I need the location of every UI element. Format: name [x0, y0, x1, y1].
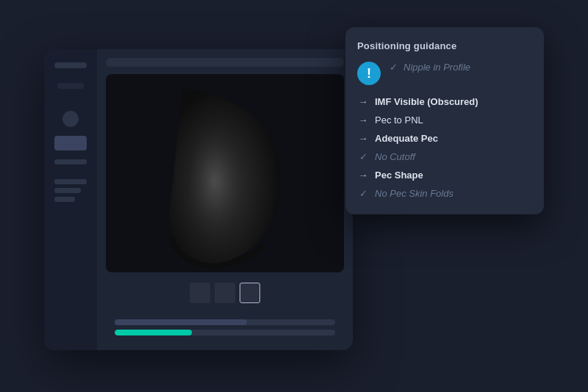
guidance-item-pec-pnl: → Pec to PNL — [357, 111, 532, 129]
sidebar-rect-button[interactable] — [54, 136, 87, 150]
item-text-folds: No Pec Skin Folds — [375, 188, 453, 199]
guidance-items-list: → IMF Visible (Obscured) → Pec to PNL → … — [357, 92, 532, 203]
guidance-item-adequate-pec: → Adequate Pec — [357, 129, 532, 148]
guidance-title: Positioning guidance — [357, 40, 532, 51]
guidance-item-no-pec-folds: ✓ No Pec Skin Folds — [357, 184, 532, 203]
sidebar-top-bar — [54, 62, 87, 68]
image-viewer — [106, 74, 344, 272]
guidance-item-no-cutoff: ✓ No Cutoff — [357, 148, 532, 166]
first-item-check-icon: ✓ — [390, 62, 398, 73]
sidebar-top-bar-2 — [57, 83, 84, 89]
top-bar — [106, 58, 344, 67]
thumbnail-strip — [106, 280, 344, 306]
item-text-cutoff: No Cutoff — [375, 151, 415, 162]
item-text-imf: IMF Visible (Obscured) — [375, 96, 478, 107]
first-item-text: Nipple in Profile — [404, 62, 470, 73]
app-window — [44, 49, 353, 350]
arrow-icon-imf: → — [357, 96, 369, 107]
item-text-shape: Pec Shape — [375, 170, 423, 181]
sidebar — [44, 49, 97, 350]
item-text-adequate: Adequate Pec — [375, 133, 438, 144]
guidance-item-imf: → IMF Visible (Obscured) — [357, 92, 532, 111]
sidebar-bar-3 — [54, 188, 81, 193]
main-content — [97, 49, 353, 350]
thumbnail-2[interactable] — [215, 283, 235, 303]
progress-row-2 — [115, 330, 335, 335]
sidebar-bar-4 — [54, 197, 75, 202]
bottom-area — [106, 313, 344, 341]
thumbnail-3-selected[interactable] — [240, 283, 260, 303]
mammogram-image — [106, 74, 344, 272]
guidance-header-row: ! ✓ Nipple in Profile — [357, 62, 532, 85]
arrow-icon-shape: → — [357, 170, 369, 181]
sidebar-bar-group — [54, 179, 87, 202]
thumbnail-1[interactable] — [190, 283, 210, 303]
progress-row-1 — [115, 319, 335, 325]
progress-track-1 — [115, 319, 335, 325]
sidebar-circle-icon — [62, 111, 79, 127]
sidebar-bar-1 — [54, 159, 87, 164]
progress-fill-gray — [115, 319, 247, 325]
first-item-row: ✓ Nipple in Profile — [390, 62, 470, 73]
guidance-card: Positioning guidance ! ✓ Nipple in Profi… — [345, 27, 544, 214]
check-icon-cutoff: ✓ — [357, 151, 369, 162]
guidance-item-pec-shape: → Pec Shape — [357, 166, 532, 184]
progress-fill-cyan — [115, 330, 192, 335]
alert-icon: ! — [357, 62, 381, 85]
sidebar-bar-2 — [54, 179, 87, 184]
arrow-icon-adequate: → — [357, 133, 369, 144]
progress-track-2 — [115, 330, 335, 335]
scene: Positioning guidance ! ✓ Nipple in Profi… — [44, 27, 544, 365]
arrow-icon-pec-pnl: → — [357, 115, 369, 126]
check-icon-folds: ✓ — [357, 188, 369, 199]
item-text-pec-pnl: Pec to PNL — [375, 115, 423, 126]
